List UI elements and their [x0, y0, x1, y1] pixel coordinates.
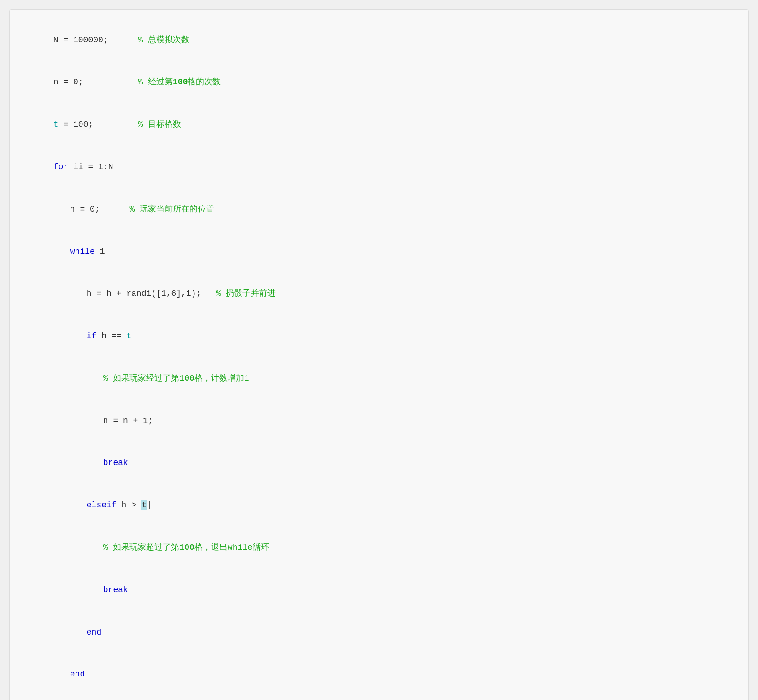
code-line-10: n = n + 1;	[24, 400, 734, 442]
code-line-7: h = h + randi([1,6],1); % 扔骰子并前进	[24, 273, 734, 315]
code-line-5: h = 0; % 玩家当前所在的位置	[24, 188, 734, 230]
code-line-15: end	[24, 611, 734, 653]
code-block: N = 100000; % 总模拟次数 n = 0; % 经过第100格的次数 …	[9, 9, 749, 700]
code-line-2: n = 0; % 经过第100格的次数	[24, 61, 734, 104]
code-line-3: t = 100; % 目标格数	[24, 104, 734, 146]
code-line-6: while 1	[24, 230, 734, 273]
code-line-14: break	[24, 569, 734, 611]
code-line-4: for ii = 1:N	[24, 146, 734, 188]
code-line-1: N = 100000; % 总模拟次数	[24, 19, 734, 61]
code-line-9: % 如果玩家经过了第100格，计数增加1	[24, 357, 734, 400]
code-line-11: break	[24, 442, 734, 484]
code-line-8: if h == t	[24, 315, 734, 357]
code-line-12: elseif h > t|	[24, 484, 734, 527]
code-line-16: end	[24, 653, 734, 696]
main-container: N = 100000; % 总模拟次数 n = 0; % 经过第100格的次数 …	[9, 9, 749, 700]
code-line-17: end	[24, 696, 734, 700]
code-line-13: % 如果玩家超过了第100格，退出while循环	[24, 526, 734, 569]
